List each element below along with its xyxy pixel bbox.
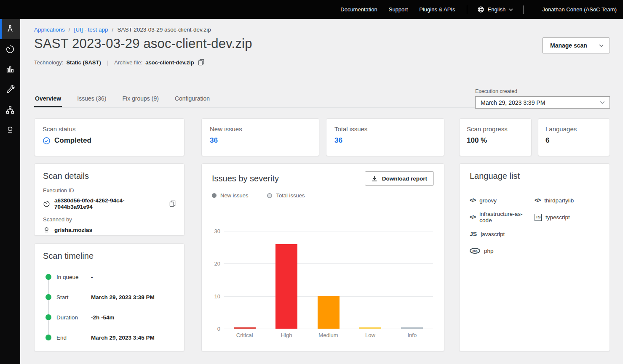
scan-details-title: Scan details [43, 171, 176, 181]
tab-issues[interactable]: Issues (36) [76, 92, 107, 107]
download-report-button[interactable]: Download report [365, 171, 434, 186]
legend-new-issues[interactable]: New issues [212, 192, 248, 199]
breadcrumb-applications[interactable]: Applications [34, 27, 65, 33]
scan-progress-label: Scan progress [467, 125, 524, 133]
gridline-20 [224, 263, 433, 264]
documentation-link[interactable]: Documentation [340, 6, 377, 13]
scan-progress-value: 100 % [467, 136, 524, 145]
tab-overview[interactable]: Overview [34, 92, 62, 107]
copy-icon[interactable] [198, 59, 204, 66]
download-icon [372, 175, 377, 182]
archive-file-value: asoc-client-dev.zip [145, 59, 194, 66]
sidebar-item-profile[interactable] [0, 120, 20, 140]
execution-created-value: March 29, 2023 3:39 PM [481, 99, 545, 106]
severity-bar-info[interactable] [401, 327, 423, 329]
execution-created-select[interactable]: March 29, 2023 3:39 PM [475, 96, 610, 109]
tab-fix-groups[interactable]: Fix groups (9) [122, 92, 160, 107]
total-issues-label: Total issues [334, 125, 436, 133]
scan-status-label: Scan status [43, 125, 176, 133]
x-category-label-low: Low [349, 332, 391, 338]
language-item-thirdpartylib: </> thirdpartylib [535, 192, 599, 209]
scanned-by-label: Scanned by [43, 216, 176, 223]
language-list-title: Language list [470, 171, 599, 181]
scan-status-value: Completed [54, 136, 91, 145]
new-issues-label: New issues [210, 125, 311, 133]
gauge-icon [43, 200, 50, 207]
timeline-dot [45, 335, 51, 340]
sidebar-item-organization[interactable] [0, 100, 20, 120]
breadcrumb-app[interactable]: [UI] - test app [74, 27, 108, 33]
languages-card: Languages 6 [538, 118, 610, 156]
download-report-label: Download report [382, 175, 427, 182]
plugins-apis-link[interactable]: Plugins & APIs [419, 6, 455, 13]
x-category-label-critical: Critical [224, 332, 265, 338]
new-issues-card: New issues 36 [201, 118, 319, 156]
issues-by-severity-card: Issues by severity Download report New [201, 163, 444, 351]
code-icon: </> [470, 197, 476, 203]
language-selector[interactable]: English [477, 6, 513, 13]
severity-bar-critical[interactable] [234, 327, 256, 329]
sidebar-item-scans[interactable] [0, 39, 20, 59]
language-label: php [484, 248, 494, 254]
tab-configuration[interactable]: Configuration [174, 92, 211, 107]
compass-icon [5, 24, 15, 34]
js-icon: JS [470, 231, 477, 237]
severity-bar-low[interactable] [359, 327, 381, 329]
language-item-groovy: </> groovy [470, 192, 535, 209]
language-item-php: php php [470, 242, 535, 259]
timeline: In queue - Start March 29, 2023 3:39 PM … [45, 267, 176, 348]
scan-meta-row: Technology: Static (SAST) | Archive file… [34, 59, 610, 66]
x-category-label-info: Info [391, 332, 433, 338]
x-category-label-high: High [265, 332, 307, 338]
copy-icon[interactable] [169, 200, 176, 207]
sidebar-item-applications[interactable] [0, 19, 20, 39]
severity-bar-medium[interactable] [318, 296, 340, 329]
breadcrumb-separator: / [69, 27, 70, 33]
language-label: English [488, 6, 506, 13]
scan-timeline-title: Scan timeline [43, 251, 176, 261]
timeline-dot [45, 274, 51, 280]
languages-label: Languages [545, 125, 602, 133]
support-link[interactable]: Support [389, 6, 408, 13]
total-issues-value: 36 [334, 136, 436, 145]
user-icon [43, 226, 50, 234]
x-category-label-medium: Medium [307, 332, 349, 338]
execution-created-label: Execution created [475, 88, 610, 94]
timeline-value: March 29, 2023 3:39 PM [91, 294, 155, 300]
manage-scan-button[interactable]: Manage scan [542, 37, 610, 53]
legend-total-issues[interactable]: Total issues [267, 192, 305, 199]
main-content: Applications / [UI] - test app / SAST 20… [20, 19, 623, 364]
legend-dot-icon [212, 193, 217, 198]
scan-timeline-card: Scan timeline In queue - Start March 29,… [34, 243, 184, 351]
hierarchy-icon [5, 105, 15, 114]
bar-chart-icon [5, 65, 15, 74]
language-label: thirdpartylib [544, 197, 574, 204]
language-label: typescript [545, 214, 570, 221]
user-menu[interactable]: Jonathan Cohen (ASoC Team) [542, 6, 617, 13]
breadcrumb-separator: / [112, 27, 114, 33]
timeline-dot [45, 314, 51, 320]
divider: | [107, 59, 108, 66]
y-tick-label: 0 [208, 326, 220, 332]
timeline-item-end: End March 29, 2023 3:45 PM [45, 327, 176, 348]
scanned-by-value: grisha.mozias [54, 227, 92, 233]
language-list-card: Language list </> groovy </> infrastruct… [459, 163, 610, 351]
breadcrumb-current: SAST 2023-03-29 asoc-client-dev.zip [117, 27, 211, 33]
technology-value: Static (SAST) [66, 59, 101, 66]
timeline-value: March 29, 2023 3:45 PM [91, 335, 155, 341]
page-title: SAST 2023-03-29 asoc-client-dev.zip [34, 36, 252, 51]
total-issues-card: Total issues 36 [326, 118, 444, 156]
timeline-label: In queue [56, 274, 91, 280]
y-tick-label: 20 [208, 260, 220, 267]
severity-bar-high[interactable] [275, 244, 297, 329]
language-label: javascript [481, 231, 505, 237]
breadcrumb: Applications / [UI] - test app / SAST 20… [34, 27, 610, 33]
divider [523, 5, 524, 14]
sidebar-item-tools[interactable] [0, 80, 20, 100]
sidebar-item-reports[interactable] [0, 59, 20, 80]
code-icon: </> [470, 214, 476, 220]
top-bar: Documentation Support Plugins & APIs Eng… [0, 0, 623, 19]
legend-dot-icon [267, 193, 272, 198]
y-tick-label: 10 [208, 293, 220, 299]
php-icon: php [470, 248, 480, 254]
